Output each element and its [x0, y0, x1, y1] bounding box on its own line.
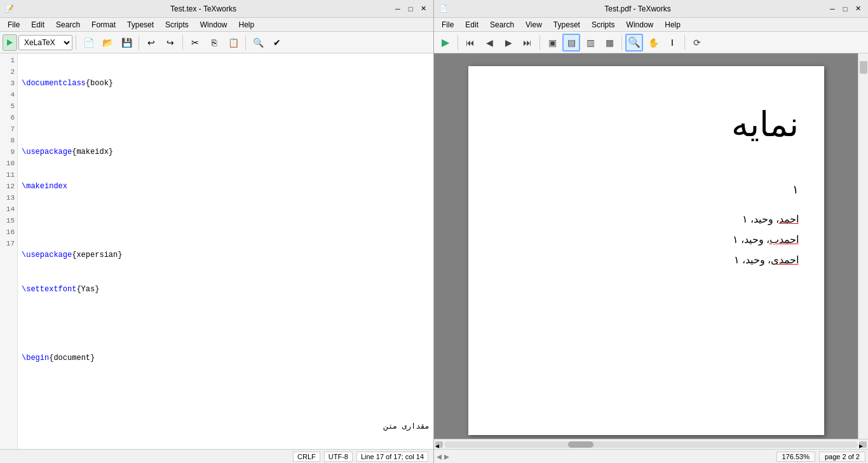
- line-num-15: 15: [0, 215, 15, 226]
- pdf-toolbar-sep-1: [458, 35, 458, 50]
- pdf-scroll-left-btn[interactable]: ◂: [435, 441, 443, 448]
- paste-button[interactable]: 📋: [224, 34, 242, 52]
- right-title-icon: 📄: [439, 4, 448, 13]
- line-num-14: 14: [0, 204, 15, 215]
- pdf-scrollbar-track: [444, 441, 858, 448]
- left-menu-format[interactable]: Format: [86, 19, 121, 31]
- pdf-go-prev-button[interactable]: ◀: [480, 34, 498, 52]
- pdf-continuous-page-button[interactable]: ▤: [562, 34, 580, 52]
- right-menu-typeset[interactable]: Typeset: [548, 19, 585, 31]
- pdf-page-number: ۱: [494, 183, 799, 197]
- pdf-index-entry-2: احمدب، وحید، ۱: [494, 230, 799, 250]
- line-num-3: 3: [0, 78, 15, 89]
- pdf-horizontal-scrollbar[interactable]: ◂ ▸: [434, 439, 868, 449]
- toolbar-separator-1: [76, 35, 76, 50]
- new-file-button[interactable]: 📄: [79, 34, 97, 52]
- pdf-scrollbar-thumb[interactable]: [860, 61, 867, 74]
- pdf-text-select-button[interactable]: I: [663, 34, 681, 52]
- left-menu-window[interactable]: Window: [195, 19, 233, 31]
- right-menu-scripts[interactable]: Scripts: [587, 19, 620, 31]
- code-line-6: \usepackage{xepersian}: [22, 249, 430, 261]
- right-window-controls: ─ □ ✕: [827, 4, 863, 14]
- line-num-12: 12: [0, 181, 15, 192]
- pdf-run-button[interactable]: ▶: [437, 34, 454, 52]
- pdf-zoom-button[interactable]: 🔍: [625, 34, 643, 52]
- pdf-single-page-button[interactable]: ▣: [543, 34, 561, 52]
- code-line-7: \settextfont{Yas}: [22, 284, 430, 295]
- right-menu-file[interactable]: File: [437, 19, 459, 31]
- pdf-content-area: نمایه ۱ احمد، وحید، ۱ احمدب، وحید، ۱ احم…: [434, 53, 858, 439]
- pdf-toolbar-sep-3: [621, 35, 622, 50]
- line-num-17: 17: [0, 238, 15, 249]
- left-close-button[interactable]: ✕: [418, 4, 428, 14]
- pdf-vertical-scrollbar[interactable]: [858, 53, 868, 439]
- pdf-go-last-button[interactable]: ⏭: [519, 34, 536, 52]
- left-menu-bar: File Edit Search Format Typeset Scripts …: [0, 18, 433, 32]
- run-button[interactable]: [3, 34, 17, 51]
- line-num-6: 6: [0, 112, 15, 123]
- pdf-sync-button[interactable]: ⟳: [688, 34, 706, 52]
- code-line-10: [22, 387, 430, 398]
- pdf-scrollbar-thumb-h[interactable]: [568, 441, 593, 448]
- encoding-indicator: UTF-8: [324, 452, 353, 462]
- pdf-go-first-button[interactable]: ⏮: [461, 34, 479, 52]
- cut-button[interactable]: ✂: [186, 34, 204, 52]
- find-button[interactable]: 🔍: [249, 34, 267, 52]
- left-minimize-button[interactable]: ─: [393, 4, 403, 14]
- pdf-right-arrow[interactable]: ▸: [444, 450, 449, 462]
- line-num-8: 8: [0, 135, 15, 146]
- pdf-page-indicator: page 2 of 2: [819, 452, 865, 462]
- line-ending-indicator: CRLF: [293, 452, 320, 462]
- code-line-5: [22, 215, 430, 226]
- copy-button[interactable]: ⎘: [205, 34, 223, 52]
- pdf-scroll-right-btn[interactable]: ▸: [859, 441, 867, 448]
- code-line-3: \usepackage{makeidx}: [22, 146, 430, 158]
- left-menu-search[interactable]: Search: [51, 19, 85, 31]
- toolbar-separator-4: [245, 35, 246, 50]
- engine-selector[interactable]: XeLaTeX pdfLaTeX LuaLaTeX: [18, 35, 72, 50]
- redo-button[interactable]: ↪: [161, 34, 179, 52]
- pdf-two-page-button[interactable]: ▥: [581, 34, 599, 52]
- pdf-left-arrow[interactable]: ◂: [437, 450, 442, 462]
- left-toolbar: XeLaTeX pdfLaTeX LuaLaTeX 📄 📂 💾 ↩ ↪ ✂ ⎘ …: [0, 32, 433, 53]
- save-file-button[interactable]: 💾: [118, 34, 135, 52]
- left-panel: 📝 Test.tex - TeXworks ─ □ ✕ File Edit Se…: [0, 0, 434, 463]
- right-window-title: Test.pdf - TeXworks: [448, 4, 827, 13]
- pdf-hand-button[interactable]: ✋: [644, 34, 662, 52]
- pdf-bottom-right: 176.53% page 2 of 2: [776, 452, 866, 462]
- undo-button[interactable]: ↩: [142, 34, 160, 52]
- right-menu-help[interactable]: Help: [660, 19, 686, 31]
- pdf-go-next-button[interactable]: ▶: [499, 34, 517, 52]
- code-line-9: \begin{document}: [22, 352, 430, 364]
- code-editor[interactable]: \documentclass{book} \usepackage{makeidx…: [18, 53, 433, 449]
- spell-button[interactable]: ✔: [268, 34, 286, 52]
- left-window-controls: ─ □ ✕: [393, 4, 428, 14]
- line-numbers: 1 2 3 4 5 6 7 8 9 10 11 12 13 14 15 16 1…: [0, 53, 18, 449]
- right-menu-edit[interactable]: Edit: [460, 19, 484, 31]
- line-num-10: 10: [0, 158, 15, 169]
- code-line-11: مقداری متن: [22, 421, 430, 432]
- pdf-wide-page-button[interactable]: ▦: [600, 34, 618, 52]
- left-status-bar: CRLF UTF-8 Line 17 of 17; col 14: [0, 449, 433, 463]
- left-menu-edit[interactable]: Edit: [26, 19, 50, 31]
- code-line-4: \makeindex: [22, 181, 430, 192]
- right-maximize-button[interactable]: □: [840, 4, 850, 14]
- right-close-button[interactable]: ✕: [853, 4, 863, 14]
- left-menu-scripts[interactable]: Scripts: [160, 19, 194, 31]
- left-maximize-button[interactable]: □: [405, 4, 416, 14]
- pdf-toolbar-sep-2: [539, 35, 540, 50]
- open-file-button[interactable]: 📂: [98, 34, 116, 52]
- right-menu-bar: File Edit Search View Typeset Scripts Wi…: [434, 18, 868, 32]
- line-num-1: 1: [0, 55, 15, 66]
- left-menu-file[interactable]: File: [3, 19, 25, 31]
- left-menu-typeset[interactable]: Typeset: [122, 19, 159, 31]
- pdf-bottom-left: ◂ ▸: [437, 450, 449, 462]
- run-icon: [7, 39, 13, 46]
- right-menu-view[interactable]: View: [520, 19, 547, 31]
- right-menu-window[interactable]: Window: [621, 19, 659, 31]
- left-menu-help[interactable]: Help: [233, 19, 259, 31]
- pdf-index-entry-3: احمدی، وحید، ۱: [494, 250, 799, 270]
- right-menu-search[interactable]: Search: [485, 19, 519, 31]
- line-num-13: 13: [0, 192, 15, 204]
- right-minimize-button[interactable]: ─: [827, 4, 837, 14]
